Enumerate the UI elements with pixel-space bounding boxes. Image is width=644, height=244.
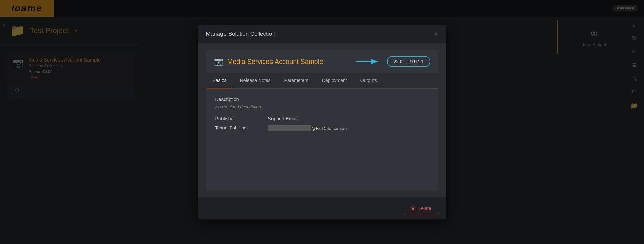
modal-overlay: Manage Solution Collection × 📷 Media Ser… [0, 0, 644, 244]
delete-button[interactable]: 🗑 Delete [404, 203, 438, 214]
arrow-icon [355, 56, 382, 67]
publisher-value: Tenant Publisher [215, 125, 248, 130]
modal-body: 📷 Media Services Account Sample v2021.19… [198, 43, 446, 197]
description-label: Description [215, 97, 429, 102]
modal-version-area: v2021.19.07.1 [355, 56, 430, 67]
modal-tabs: Basics Release Notes Parameters Deployme… [206, 73, 438, 89]
tab-outputs[interactable]: Outputs [354, 73, 384, 88]
manage-solution-modal: Manage Solution Collection × 📷 Media Ser… [198, 25, 446, 219]
publisher-email-row: Publisher Tenant Publisher Support Email… [215, 116, 429, 131]
modal-solution-header: 📷 Media Services Account Sample v2021.19… [206, 50, 438, 73]
modal-title: Manage Solution Collection [206, 31, 276, 37]
delete-label: Delete [417, 206, 431, 211]
tab-release-notes[interactable]: Release Notes [233, 73, 278, 88]
modal-solution-left: 📷 Media Services Account Sample [214, 57, 324, 66]
modal-footer: 🗑 Delete [198, 197, 446, 219]
publisher-label: Publisher [215, 116, 248, 121]
version-badge: v2021.19.07.1 [387, 56, 430, 67]
modal-header: Manage Solution Collection × [198, 25, 446, 43]
support-email-label: Support Email [268, 116, 347, 121]
email-redacted-part [268, 125, 311, 131]
description-section: Description No provided description [215, 97, 429, 109]
email-suffix: @BizData.com.au [311, 126, 347, 131]
description-value: No provided description [215, 104, 429, 109]
tab-deployment[interactable]: Deployment [315, 73, 354, 88]
modal-camera-icon: 📷 [214, 57, 223, 66]
modal-solution-name: Media Services Account Sample [227, 58, 324, 66]
delete-icon: 🗑 [411, 206, 415, 211]
publisher-field: Publisher Tenant Publisher [215, 116, 248, 131]
tab-parameters[interactable]: Parameters [278, 73, 315, 88]
support-email-field: Support Email @BizData.com.au [268, 116, 347, 131]
modal-close-button[interactable]: × [435, 31, 438, 37]
support-email-value: @BizData.com.au [268, 125, 347, 131]
tab-basics[interactable]: Basics [206, 73, 233, 88]
tab-content-basics: Description No provided description Publ… [206, 89, 438, 191]
